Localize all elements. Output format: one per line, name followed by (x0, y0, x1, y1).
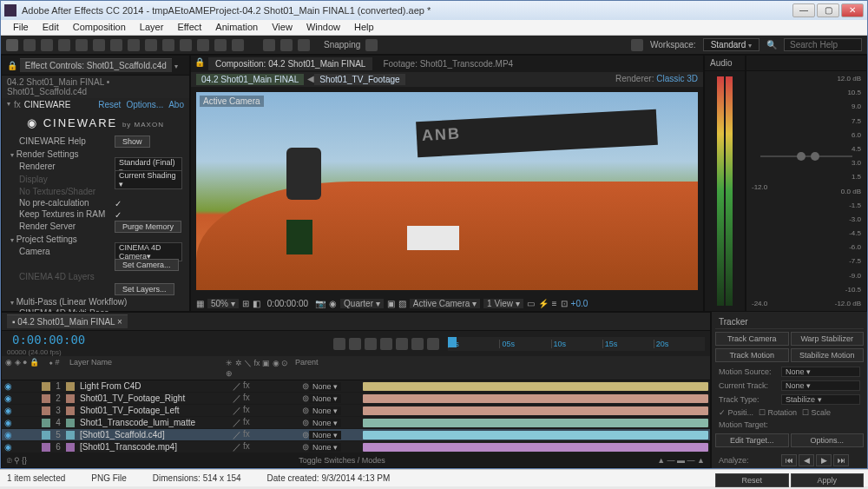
menu-edit[interactable]: Edit (36, 20, 66, 35)
show-button[interactable]: Show (115, 135, 150, 148)
flowchart-icon[interactable]: ⊡ (561, 299, 568, 308)
resolution-dropdown[interactable]: Quarter ▾ (340, 299, 384, 308)
layer-name[interactable]: [Shot01_Transcode.mp4] (76, 442, 233, 452)
zoom-tool-icon[interactable] (41, 39, 53, 51)
tracker-reset-button[interactable]: Reset (715, 473, 789, 487)
analyze-back-button[interactable]: ◀ (799, 454, 814, 466)
rotate-tool-icon[interactable] (58, 39, 70, 51)
visibility-toggle-icon[interactable]: ◉ (2, 418, 14, 427)
tl-brain-icon[interactable] (427, 338, 439, 350)
parent-pickwhip-icon[interactable]: ⊚ (302, 430, 309, 439)
layer-switches[interactable]: ／ fx (233, 441, 267, 453)
render-settings-section[interactable]: Render Settings (16, 149, 79, 159)
layer-name[interactable]: Shot01_TV_Footage_Right (76, 393, 233, 403)
layer-switches[interactable]: ／ fx (233, 417, 267, 429)
time-ruler[interactable]: 0s 05s 10s 15s 20s (448, 337, 705, 351)
tl-blur-icon[interactable] (396, 338, 408, 350)
menu-layer[interactable]: Layer (133, 20, 171, 35)
comp-crumb-2[interactable]: Shot01_TV_Footage (314, 74, 404, 85)
visibility-toggle-icon[interactable]: ◉ (2, 381, 14, 391)
layer-switches[interactable]: ／ fx (233, 405, 267, 417)
disclosure-icon[interactable]: ▾ (7, 100, 10, 109)
layer-bar[interactable] (363, 443, 708, 452)
parent-dropdown[interactable]: None ▾ (309, 419, 341, 427)
rotation-checkbox[interactable]: ☐ Rotation (759, 408, 797, 417)
col-layer-name[interactable]: Layer Name (66, 358, 222, 378)
parent-dropdown[interactable]: None ▾ (309, 382, 341, 391)
lock-icon[interactable]: 🔒 (7, 61, 17, 70)
menu-effect[interactable]: Effect (170, 20, 208, 35)
hand-tool-icon[interactable] (23, 39, 36, 51)
tl-search-icon[interactable] (333, 338, 345, 350)
label-color[interactable] (42, 443, 50, 452)
tracker-options-button[interactable]: Options... (791, 433, 865, 447)
transparency-icon[interactable]: ▨ (398, 299, 406, 308)
tl-shy-icon[interactable] (365, 338, 377, 350)
multipass-section[interactable]: Multi-Pass (Linear Workflow) (16, 297, 128, 307)
layer-name[interactable]: Shot1_Transcode_lumi_matte (76, 418, 233, 427)
snapshot-icon[interactable]: 📷 (315, 299, 326, 308)
about-link[interactable]: Abo (168, 100, 184, 109)
view-camera-dropdown[interactable]: Active Camera ▾ (410, 299, 480, 308)
snap-opt-icon[interactable] (365, 39, 378, 51)
set-camera-button[interactable]: Set Camera... (115, 259, 179, 271)
purge-memory-button[interactable]: Purge Memory (115, 221, 181, 233)
roto-tool-icon[interactable] (214, 39, 227, 51)
axis-world-icon[interactable] (280, 39, 293, 51)
tl-zoom-slider[interactable]: ▲ — ▬ — ▲ (657, 456, 705, 465)
snapping-toggle[interactable]: Snapping (324, 40, 360, 50)
layer-switches[interactable]: ／ fx (233, 393, 267, 405)
view-layout-dropdown[interactable]: 1 View ▾ (483, 299, 523, 308)
parent-dropdown[interactable]: None ▾ (309, 431, 341, 439)
position-checkbox[interactable]: ✓ Positi... (719, 408, 753, 417)
track-motion-button[interactable]: Track Motion (715, 348, 789, 362)
layer-bar[interactable] (363, 431, 708, 439)
layer-bar[interactable] (363, 419, 708, 427)
parent-pickwhip-icon[interactable]: ⊚ (302, 442, 309, 452)
workspace-dropdown[interactable]: Standard ▾ (703, 38, 760, 51)
close-button[interactable]: ✕ (841, 3, 864, 17)
visibility-toggle-icon[interactable]: ◉ (2, 430, 14, 439)
parent-pickwhip-icon[interactable]: ⊚ (302, 406, 309, 415)
timeline-layer[interactable]: ◉3Shot01_TV_Footage_Left ／ fx⊚ None ▾ (2, 405, 710, 417)
tl-comp-icon[interactable] (349, 338, 361, 350)
pixel-aspect-icon[interactable]: ▭ (527, 299, 535, 308)
timeline-tab[interactable]: ▪ 04.2 Shot01_Main FINAL × (7, 314, 128, 328)
options-link[interactable]: Options... (126, 100, 163, 109)
track-type-dropdown[interactable]: Stabilize ▾ (781, 394, 860, 405)
timeline-layer[interactable]: ◉6[Shot01_Transcode.mp4] ／ fx⊚ None ▾ (2, 441, 710, 453)
visibility-toggle-icon[interactable]: ◉ (2, 406, 14, 415)
parent-dropdown[interactable]: None ▾ (309, 394, 341, 403)
label-color[interactable] (42, 431, 50, 439)
zoom-dropdown[interactable]: 50% ▾ (207, 299, 239, 308)
grid-icon[interactable]: ⊞ (242, 299, 249, 308)
pen-tool-icon[interactable] (128, 39, 140, 51)
parent-dropdown[interactable]: None ▾ (309, 443, 341, 452)
timecode-readout[interactable]: 0:00:00:00 (264, 299, 312, 308)
clone-tool-icon[interactable] (180, 39, 192, 51)
current-track-dropdown[interactable]: None ▾ (781, 380, 860, 391)
shape-tool-icon[interactable] (110, 39, 122, 51)
tl-expand-icon[interactable]: ⎚ ⚲ {} (7, 456, 27, 465)
composition-tab[interactable]: Composition: 04.2 Shot01_Main FINAL (208, 57, 372, 70)
analyze-fwd-button[interactable]: ▶ (816, 454, 832, 466)
label-color[interactable] (42, 394, 50, 403)
parent-pickwhip-icon[interactable]: ⊚ (302, 381, 309, 391)
tl-graph-icon[interactable] (411, 338, 424, 350)
label-color[interactable] (42, 406, 50, 415)
stabilize-motion-button[interactable]: Stabilize Motion (791, 348, 865, 362)
visibility-toggle-icon[interactable]: ◉ (2, 442, 14, 452)
timeline-icon[interactable]: ≡ (552, 299, 557, 308)
layer-switches[interactable]: ／ fx (233, 380, 267, 393)
text-tool-icon[interactable] (145, 39, 157, 51)
layer-bar[interactable] (363, 394, 708, 403)
analyze-back-1-button[interactable]: ⏮ (781, 454, 797, 466)
mask-icon[interactable]: ◧ (253, 299, 260, 308)
analyze-fwd-1-button[interactable]: ⏭ (833, 454, 849, 466)
track-camera-button[interactable]: Track Camera (715, 332, 789, 346)
brush-tool-icon[interactable] (162, 39, 174, 51)
layer-bar[interactable] (363, 382, 708, 391)
edit-target-button[interactable]: Edit Target... (715, 433, 789, 447)
roi-icon[interactable]: ▣ (387, 299, 395, 308)
layer-bar[interactable] (363, 406, 708, 415)
